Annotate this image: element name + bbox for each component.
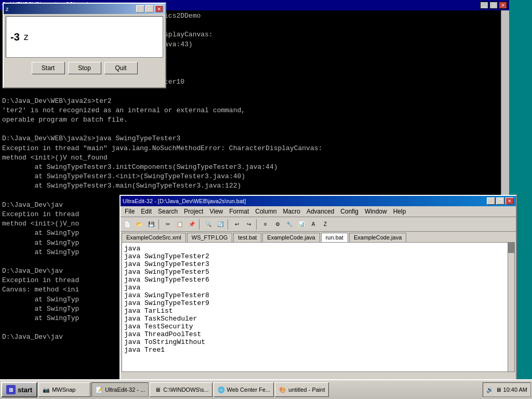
toolbar-paste[interactable]: 📌 [186, 219, 197, 230]
ultra-editor-scrollbar[interactable] [508, 242, 515, 372]
toolbar-sep4 [256, 219, 258, 230]
paint-label: untitled - Paint [288, 387, 325, 393]
ultra-window-controls: _ ❐ ✕ [487, 197, 514, 205]
tab-testbat[interactable]: test.bat [233, 233, 261, 242]
start-button[interactable]: ⊞ start [1, 382, 37, 397]
toolbar-save[interactable]: 💾 [145, 219, 157, 230]
ultra-title: UltraEdit-32 - [D:\Java_Dev\WEB\java2s\r… [123, 198, 246, 204]
menu-project[interactable]: Project [181, 207, 206, 216]
java-titlebar: z _ □ ✕ [4, 4, 165, 14]
taskbar-mwsnap[interactable]: 📷 MWSnap [38, 382, 90, 397]
tab-examplecodesrc[interactable]: ExampleCodeSrc.xml [122, 233, 186, 242]
menu-macro[interactable]: Macro [280, 207, 303, 216]
webcenter-label: Web Center Fe... [227, 387, 271, 393]
menu-window[interactable]: Window [362, 207, 390, 216]
stop-button[interactable]: Stop [68, 62, 101, 74]
paint-icon: 🎨 [278, 385, 287, 394]
menu-column[interactable]: Column [252, 207, 280, 216]
tray-speaker-icon: 🔊 [486, 387, 494, 393]
java-minimize-btn[interactable]: _ [136, 5, 144, 12]
toolbar-new[interactable]: 📄 [122, 219, 133, 230]
toolbar-extra3[interactable]: 🔧 [284, 219, 295, 230]
toolbar-extra5[interactable]: A [308, 219, 319, 230]
java-display: -3 z [6, 16, 163, 58]
ultra-scrollbar-thumb[interactable] [508, 243, 514, 253]
ultra-editor[interactable]: java java SwingTypeTester2 java SwingTyp… [122, 242, 515, 372]
menu-config[interactable]: Config [337, 207, 362, 216]
cmd-close-btn[interactable]: ✕ [499, 2, 507, 9]
java-button-row: Start Stop Quit [4, 60, 165, 76]
taskbar-ultraedit[interactable]: 📝 UltraEdit-32 - ... [91, 382, 149, 397]
taskbar-webcenter[interactable]: 🌐 Web Center Fe... [214, 382, 274, 397]
toolbar-copy[interactable]: 📋 [174, 219, 185, 230]
menu-search[interactable]: Search [155, 207, 181, 216]
mwsnap-label: MWSnap [52, 387, 75, 393]
taskbar-paint[interactable]: 🎨 untitled - Paint [275, 382, 328, 397]
toolbar-sep2 [199, 219, 201, 230]
toolbar-replace[interactable]: 🔄 [215, 219, 226, 230]
menu-format[interactable]: Format [226, 207, 252, 216]
taskbar: ⊞ start 📷 MWSnap 📝 UltraEdit-32 - ... 🖥 … [0, 379, 532, 399]
cmd-label: C:\WINDOWS\s... [163, 387, 208, 393]
tab-runbat[interactable]: run.bat [321, 233, 348, 242]
menu-help[interactable]: Help [390, 207, 409, 216]
ultra-titlebar: UltraEdit-32 - [D:\Java_Dev\WEB\java2s\r… [121, 196, 516, 206]
toolbar-redo[interactable]: ↪ [243, 219, 255, 230]
cmd-window-controls: _ □ ✕ [480, 2, 507, 9]
ultra-minimize-btn[interactable]: _ [487, 197, 495, 205]
java-maximize-btn[interactable]: □ [145, 5, 154, 12]
toolbar-undo[interactable]: ↩ [231, 219, 243, 230]
java-title: z [6, 6, 9, 12]
start-label: start [18, 386, 32, 394]
webcenter-icon: 🌐 [217, 385, 225, 394]
menu-edit[interactable]: Edit [138, 207, 155, 216]
tray-network-icon: 🖥 [496, 387, 501, 393]
cmd-maximize-btn[interactable]: □ [489, 2, 498, 9]
ultraedit-icon: 📝 [95, 385, 103, 394]
toolbar-cut[interactable]: ✂ [162, 219, 174, 230]
ultra-restore-btn[interactable]: ❐ [496, 197, 504, 205]
ultra-menubar: File Edit Search Project View Format Col… [121, 206, 516, 217]
start-button[interactable]: Start [32, 62, 65, 74]
toolbar-find[interactable]: 🔍 [203, 219, 214, 230]
mwsnap-icon: 📷 [42, 385, 50, 394]
quit-button[interactable]: Quit [104, 62, 138, 74]
toolbar-sep1 [158, 219, 161, 230]
start-icon: ⊞ [6, 385, 16, 394]
java-close-btn[interactable]: ✕ [155, 5, 163, 12]
ultraedit-window: UltraEdit-32 - [D:\Java_Dev\WEB\java2s\r… [119, 195, 517, 399]
java-controls: _ □ ✕ [136, 5, 163, 12]
tab-examplecode-java[interactable]: ExampleCode.java [262, 233, 320, 242]
toolbar-extra6[interactable]: Z [320, 219, 331, 230]
toolbar-extra1[interactable]: ≡ [260, 219, 271, 230]
menu-view[interactable]: View [206, 207, 226, 216]
java-number-display: -3 [10, 31, 20, 43]
taskbar-clock: 10:40 AM [503, 387, 527, 393]
ultra-tabs: ExampleCodeSrc.xml WS_FTP.LOG test.bat E… [121, 232, 516, 242]
toolbar-extra4[interactable]: 📊 [296, 219, 307, 230]
cmd-icon: 🖥 [153, 385, 162, 394]
toolbar-extra2[interactable]: ⚙ [272, 219, 283, 230]
ultra-toolbar: 📄 📂 💾 ✂ 📋 📌 🔍 🔄 ↩ ↪ ≡ ⚙ 🔧 📊 A Z [121, 217, 516, 232]
tab-examplecode-java2[interactable]: ExampleCode.java [349, 233, 406, 242]
taskbar-cmd[interactable]: 🖥 C:\WINDOWS\s... [150, 382, 212, 397]
menu-file[interactable]: File [122, 207, 138, 216]
ultra-close-btn[interactable]: ✕ [506, 197, 514, 205]
java-letter-display: z [24, 32, 29, 43]
cmd-minimize-btn[interactable]: _ [480, 2, 488, 9]
taskbar-tray: 🔊 🖥 10:40 AM [483, 382, 531, 397]
java-app-window: z _ □ ✕ -3 z Start Stop Quit [3, 3, 166, 88]
toolbar-open[interactable]: 📂 [134, 219, 145, 230]
toolbar-sep3 [228, 219, 230, 230]
menu-advanced[interactable]: Advanced [303, 207, 337, 216]
tab-wsftp[interactable]: WS_FTP.LOG [187, 233, 232, 242]
ultraedit-label: UltraEdit-32 - ... [105, 387, 145, 393]
